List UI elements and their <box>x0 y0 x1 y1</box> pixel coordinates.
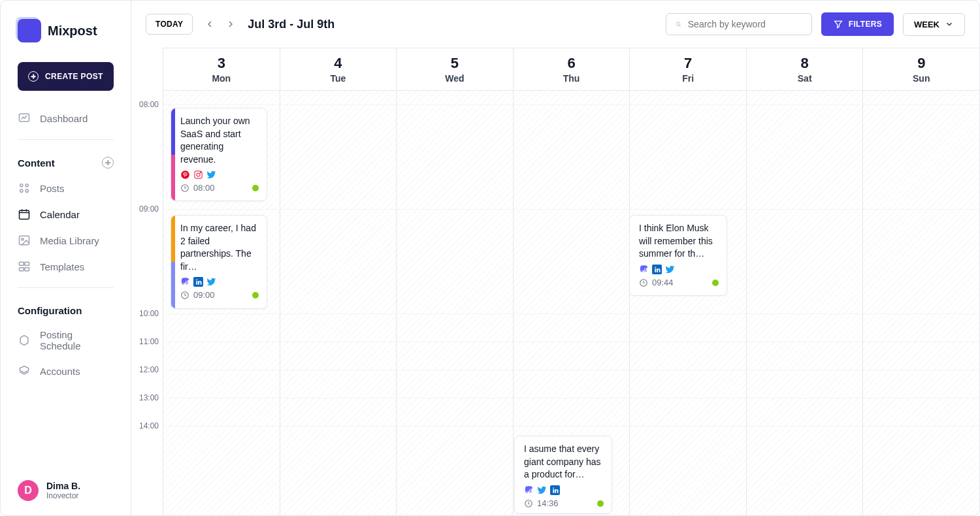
hour-label: 11:00 <box>131 337 159 346</box>
calendar-cell[interactable] <box>396 210 513 314</box>
calendar-cell[interactable] <box>396 427 513 515</box>
linkedin-icon <box>193 277 203 287</box>
clock-icon <box>524 499 533 508</box>
calendar-cell[interactable] <box>396 342 513 370</box>
calendar-cell[interactable] <box>629 370 746 398</box>
calendar-cell[interactable] <box>280 314 397 342</box>
svg-point-7 <box>22 238 24 240</box>
calendar-cell[interactable] <box>163 427 280 515</box>
next-week-button[interactable] <box>223 16 238 32</box>
sidebar-item-posting-schedule[interactable]: Posting Schedule <box>1 323 131 358</box>
calendar-cell[interactable] <box>163 370 280 398</box>
event-text: In my career, I had 2 failed partnership… <box>180 222 259 273</box>
calendar-cell[interactable] <box>280 398 397 427</box>
event-text: Launch your own SaaS and start generatin… <box>180 115 259 166</box>
linkedin-icon <box>652 265 662 274</box>
calendar-cell[interactable] <box>513 210 630 314</box>
event-time: 09:44 <box>652 277 674 289</box>
calendar-cell[interactable] <box>280 105 397 210</box>
sidebar-item-label: Templates <box>40 261 84 272</box>
calendar-cell[interactable] <box>862 210 979 314</box>
filters-label: FILTERS <box>849 20 882 29</box>
sidebar-item-posts[interactable]: Posts <box>1 175 131 201</box>
svg-point-1 <box>20 184 23 187</box>
calendar-cell[interactable] <box>396 105 513 210</box>
sidebar-item-calendar[interactable]: Calendar <box>1 201 131 227</box>
calendar-cell[interactable] <box>862 342 979 370</box>
sidebar-item-label: Dashboard <box>40 113 88 124</box>
calendar-cell[interactable] <box>163 314 280 342</box>
sidebar: Mixpost CREATE POST Dashboard Content Po… <box>1 1 131 515</box>
create-post-button[interactable]: CREATE POST <box>18 62 114 91</box>
calendar-cell[interactable] <box>746 105 863 210</box>
calendar-cell[interactable] <box>746 210 863 314</box>
calendar-cell[interactable] <box>280 342 397 370</box>
calendar-cell[interactable] <box>396 370 513 398</box>
day-header: 6Thu <box>513 48 630 90</box>
calendar-cell[interactable] <box>163 398 280 427</box>
logo[interactable]: Mixpost <box>1 14 131 56</box>
calendar-cell[interactable] <box>629 342 746 370</box>
day-header: 5Wed <box>396 48 513 90</box>
calendar: 3Mon 4Tue 5Wed 6Thu 7Fri 8Sat 9Sun 08:00… <box>131 48 979 515</box>
calendar-cell[interactable] <box>862 105 979 210</box>
calendar-cell[interactable] <box>746 398 863 427</box>
prev-week-button[interactable] <box>202 16 218 32</box>
calendar-cell[interactable] <box>513 370 630 398</box>
search-field[interactable] <box>688 19 802 29</box>
calendar-cell[interactable] <box>280 210 397 314</box>
calendar-cell[interactable] <box>280 427 397 515</box>
clock-icon <box>639 278 648 287</box>
svg-rect-5 <box>20 210 29 219</box>
sidebar-item-dashboard[interactable]: Dashboard <box>1 105 131 131</box>
posts-icon <box>18 182 31 195</box>
calendar-cell[interactable] <box>746 342 863 370</box>
user-role: Inovector <box>46 491 80 500</box>
plus-icon[interactable] <box>102 157 114 169</box>
filters-button[interactable]: FILTERS <box>821 12 894 36</box>
calendar-event[interactable]: In my career, I had 2 failed partnership… <box>171 215 267 309</box>
today-button[interactable]: TODAY <box>146 14 193 35</box>
calendar-cell[interactable] <box>280 370 397 398</box>
calendar-cell[interactable] <box>746 370 863 398</box>
svg-rect-10 <box>20 268 24 271</box>
calendar-cell[interactable] <box>862 398 979 427</box>
calendar-cell[interactable] <box>746 314 863 342</box>
hour-label: 14:00 <box>131 421 159 430</box>
calendar-cell[interactable] <box>513 314 630 342</box>
create-post-label: CREATE POST <box>45 72 103 81</box>
avatar: D <box>18 480 39 501</box>
calendar-cell[interactable] <box>862 370 979 398</box>
image-icon <box>18 234 31 247</box>
twitter-icon <box>537 485 547 495</box>
clock-icon <box>180 184 189 193</box>
view-selector[interactable]: WEEK <box>903 13 965 36</box>
calendar-event[interactable]: I asume that every giant company has a p… <box>514 436 612 514</box>
calendar-cell[interactable] <box>862 314 979 342</box>
search-input[interactable] <box>666 13 812 35</box>
svg-point-15 <box>197 173 200 176</box>
calendar-cell[interactable] <box>629 105 746 210</box>
calendar-cell[interactable] <box>629 314 746 342</box>
calendar-cell[interactable] <box>513 398 630 427</box>
day-header: 8Sat <box>746 48 863 90</box>
calendar-cell[interactable] <box>396 398 513 427</box>
user-profile[interactable]: D Dima B. Inovector <box>18 480 80 501</box>
calendar-cell[interactable] <box>163 342 280 370</box>
calendar-cell[interactable] <box>513 342 630 370</box>
calendar-event[interactable]: I think Elon Musk will remember this sum… <box>629 215 727 296</box>
calendar-cell[interactable] <box>746 427 863 515</box>
brand-name: Mixpost <box>48 24 97 39</box>
calendar-cell[interactable] <box>513 105 630 210</box>
sidebar-item-accounts[interactable]: Accounts <box>1 358 131 384</box>
day-header: 7Fri <box>629 48 746 90</box>
sidebar-item-templates[interactable]: Templates <box>1 253 131 280</box>
calendar-cell[interactable] <box>629 398 746 427</box>
sidebar-item-media-library[interactable]: Media Library <box>1 227 131 253</box>
calendar-cell[interactable] <box>396 314 513 342</box>
calendar-event[interactable]: Launch your own SaaS and start generatin… <box>171 108 267 201</box>
date-range: Jul 3rd - Jul 9th <box>248 18 335 31</box>
calendar-cell[interactable] <box>629 427 746 515</box>
schedule-icon <box>18 334 31 347</box>
calendar-cell[interactable] <box>862 427 979 515</box>
